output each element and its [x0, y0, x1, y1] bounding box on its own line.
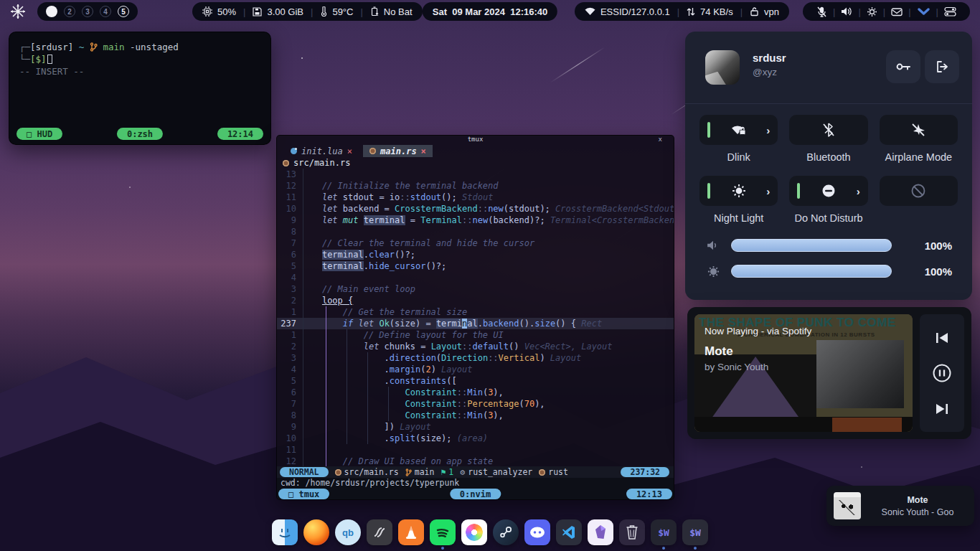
- dock-icon-trash[interactable]: [619, 519, 645, 545]
- next-track-button[interactable]: [928, 397, 956, 421]
- indent-guide: [326, 306, 326, 467]
- chevron-right-icon[interactable]: ›: [857, 186, 860, 197]
- workspace-1[interactable]: [46, 6, 57, 17]
- code-line[interactable]: 2 let chunks = Layout::default() Vec<Rec…: [277, 341, 674, 352]
- dock-icon-photos[interactable]: [461, 519, 487, 545]
- code-line[interactable]: 3 .direction(Direction::Vertical) Layout: [277, 352, 674, 364]
- album-art: THE SHAPE OF PUNK TO COME A CHIMERICAL B…: [694, 314, 913, 432]
- code-line[interactable]: 5 .constraints([: [277, 375, 674, 387]
- workspace-5[interactable]: 5: [118, 6, 129, 17]
- workspace-4[interactable]: 4: [100, 6, 111, 17]
- toggle-night-light[interactable]: ›: [699, 176, 778, 206]
- dock-icon-discord[interactable]: [524, 519, 550, 545]
- volume-slider[interactable]: [731, 239, 892, 252]
- toggles-icon[interactable]: [941, 6, 960, 17]
- diagnostic-flag-icon: ⚑: [440, 467, 446, 477]
- code-area[interactable]: 1312 // Initialize the terminal backend1…: [277, 169, 674, 467]
- chevron-down-icon[interactable]: [913, 7, 934, 16]
- code-line[interactable]: 12 // Initialize the terminal backend: [277, 180, 674, 192]
- code-line[interactable]: 7 // Clear the terminal and hide the cur…: [277, 237, 674, 249]
- indent-guide: [367, 352, 368, 444]
- editor-close-button[interactable]: x: [659, 136, 662, 143]
- dock-icon-spotify[interactable]: [430, 519, 456, 545]
- toggle-blocked[interactable]: [880, 176, 958, 206]
- active-indicator: [707, 183, 710, 199]
- network-pill[interactable]: ESSID/127.0.0.1 | 74 KB/s | vpn: [575, 2, 789, 21]
- gear-icon[interactable]: [863, 6, 881, 17]
- tmux-session-hud[interactable]: □ HUD: [17, 128, 62, 140]
- notification-title: Mote: [868, 495, 967, 505]
- avatar[interactable]: [705, 50, 740, 85]
- tmux-window-nvim[interactable]: 0:nvim: [450, 489, 501, 499]
- tab-close-icon[interactable]: ×: [347, 146, 352, 156]
- tab-init-lua[interactable]: init.lua ×: [284, 145, 359, 157]
- code-line[interactable]: 13: [277, 169, 674, 180]
- lua-icon: [291, 148, 297, 154]
- mail-icon[interactable]: [887, 7, 906, 17]
- memory-usage: 3.00 GiB: [267, 6, 303, 17]
- code-line[interactable]: 8: [277, 226, 674, 237]
- battery-status: No Bat: [384, 6, 413, 17]
- line-number: 9: [277, 215, 301, 226]
- chevron-right-icon[interactable]: ›: [766, 186, 770, 197]
- code-line[interactable]: 9 let mut terminal = Terminal::new(backe…: [277, 215, 674, 226]
- code-line-current[interactable]: 237 if let Ok(size) = terminal.backend()…: [277, 318, 674, 329]
- brightness-slider[interactable]: [731, 265, 892, 278]
- code-line[interactable]: 4: [277, 272, 674, 283]
- dock-icon-dollar-w-2[interactable]: $W: [682, 519, 708, 545]
- speaker-icon[interactable]: [837, 6, 856, 17]
- editor-window[interactable]: tmux x init.lua × main.rs × src/main.rs …: [276, 135, 674, 500]
- dock-icon-dollar-w-1[interactable]: $W: [651, 519, 677, 545]
- dock-icon-obsidian[interactable]: [588, 519, 613, 545]
- code-line[interactable]: 5 terminal.hide_cursor()?;: [277, 260, 674, 272]
- pause-button[interactable]: [928, 361, 956, 385]
- code-line[interactable]: 1 // Define layout for the UI: [277, 329, 674, 341]
- code-line[interactable]: 7 Constraint::Percentage(70),: [277, 398, 674, 410]
- lsp-gear-icon: ⚙: [460, 467, 465, 477]
- dock-icon-firefox[interactable]: [303, 519, 329, 545]
- code-line[interactable]: 11: [277, 444, 674, 456]
- tab-close-icon[interactable]: ×: [421, 146, 426, 156]
- code-line[interactable]: 8 Constraint::Min(3),: [277, 410, 674, 421]
- previous-track-button[interactable]: [928, 326, 956, 350]
- chevron-right-icon[interactable]: ›: [766, 125, 770, 136]
- dock-icon-steam[interactable]: [493, 519, 519, 545]
- toggle-dlink[interactable]: ›: [699, 115, 778, 145]
- code-line[interactable]: 12 // Draw UI based on app state: [277, 456, 674, 467]
- lock-keys-button[interactable]: [886, 50, 920, 83]
- code-line[interactable]: 11 let stdout = io::stdout(); Stdout: [277, 192, 674, 203]
- code-line[interactable]: 6 terminal.clear()?;: [277, 249, 674, 260]
- mic-muted-icon[interactable]: [813, 6, 831, 17]
- code-line[interactable]: 6 Constraint::Min(3),: [277, 387, 674, 398]
- toggle-airplane-mode[interactable]: [880, 115, 958, 145]
- dock-icon-qbittorrent[interactable]: qb: [335, 519, 361, 545]
- toggle-do-not-disturb[interactable]: ›: [789, 176, 867, 206]
- media-notification[interactable]: Mote Sonic Youth - Goo: [826, 486, 974, 526]
- speaker-icon: [705, 240, 721, 251]
- dock-icon-finder[interactable]: [272, 519, 298, 545]
- bluetooth-off-icon: [822, 123, 835, 137]
- code-line[interactable]: 10 let backend = CrosstermBackend::new(s…: [277, 203, 674, 215]
- dock-icon-vlc[interactable]: [398, 519, 424, 545]
- workspace-3[interactable]: 3: [82, 6, 93, 17]
- workspace-2[interactable]: 2: [64, 6, 75, 17]
- terminal-window[interactable]: ┌─[srdusr] ~ main -unstaged └─[$] -- INS…: [9, 32, 271, 145]
- tmux-window-zsh[interactable]: 0:zsh: [117, 128, 163, 140]
- rust-icon: [283, 160, 289, 166]
- distro-logo-icon[interactable]: [10, 4, 26, 19]
- clock-pill[interactable]: Sat 09 Mar 2024 12:16:40: [423, 2, 557, 21]
- dock-icon-vscode[interactable]: [556, 519, 582, 545]
- code-line[interactable]: 10 .split(size); (area): [277, 433, 674, 444]
- code-line[interactable]: 2 loop {: [277, 295, 674, 306]
- system-stats-pill[interactable]: 50% | 3.00 GiB | 59°C | No Bat: [192, 2, 423, 21]
- tab-main-rs[interactable]: main.rs ×: [363, 145, 433, 157]
- code-line[interactable]: 4 .margin(2) Layout: [277, 364, 674, 375]
- logout-button[interactable]: [925, 50, 959, 83]
- dock-icon-swirl-app[interactable]: [367, 519, 392, 545]
- tmux-session[interactable]: □ tmux: [278, 489, 329, 499]
- code-line[interactable]: 9 ]) Layout: [277, 421, 674, 433]
- code-line[interactable]: 1 // Get the terminal size: [277, 306, 674, 318]
- toggle-bluetooth[interactable]: [789, 115, 867, 145]
- code-line[interactable]: 3 // Main event loop: [277, 283, 674, 295]
- brightness-slider-row: 100%: [685, 264, 972, 278]
